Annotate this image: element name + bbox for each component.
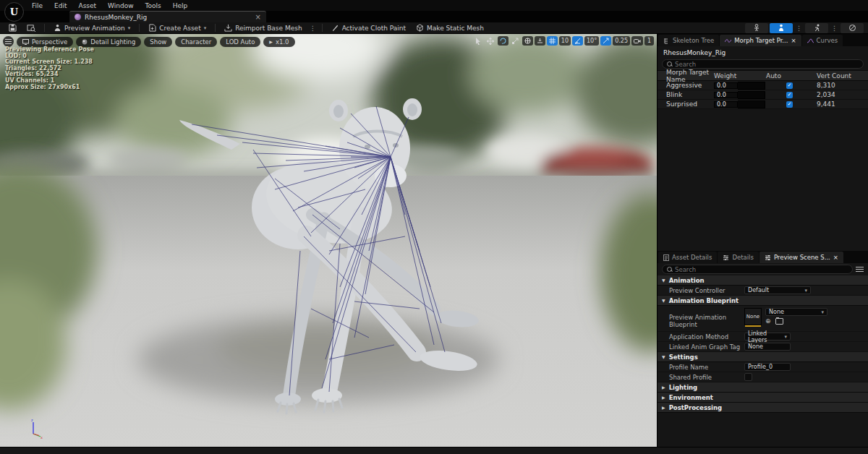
anim-bp-thumbnail[interactable]: None bbox=[744, 308, 762, 325]
section-animation-blueprint[interactable]: ▼ Animation Blueprint bbox=[658, 296, 868, 306]
close-icon[interactable]: × bbox=[833, 254, 838, 261]
perspective-button[interactable]: Perspective bbox=[17, 37, 73, 47]
camera-speed-icon[interactable] bbox=[631, 36, 643, 46]
details-search-input[interactable] bbox=[675, 266, 848, 273]
col-auto[interactable]: Auto bbox=[766, 72, 817, 80]
use-selected-asset-icon[interactable]: ⊕ bbox=[765, 318, 771, 325]
section-postprocessing[interactable]: ▶ PostProcessing bbox=[658, 403, 868, 413]
tab-preview-scene-settings[interactable]: Preview Scene S... × bbox=[760, 252, 843, 263]
mesh-mode-kebab-icon[interactable]: ⋮ bbox=[794, 25, 804, 32]
application-method-dropdown[interactable]: Linked Layers ▾ bbox=[744, 333, 791, 340]
section-lighting[interactable]: ▶ Lighting bbox=[658, 382, 868, 393]
morph-table-header[interactable]: Morph Target Name Weight Auto Vert Count bbox=[658, 70, 868, 81]
menu-tools[interactable]: Tools bbox=[140, 2, 167, 9]
tab-details[interactable]: Details bbox=[718, 252, 758, 263]
profile-name-input[interactable]: Profile_0 bbox=[744, 363, 791, 371]
scale-tool-icon[interactable] bbox=[510, 36, 521, 46]
lod-auto-button[interactable]: LOD Auto bbox=[220, 37, 260, 47]
grid-snap-value[interactable]: 10 bbox=[559, 36, 571, 46]
world-local-toggle-icon[interactable] bbox=[522, 36, 533, 46]
morph-row-blink[interactable]: Blink 0.0 ✓ 2,034 bbox=[658, 90, 868, 100]
reimport-options-kebab-icon[interactable]: ⋮ bbox=[308, 25, 318, 32]
weight-slider[interactable] bbox=[738, 91, 765, 99]
close-icon[interactable]: × bbox=[255, 13, 261, 21]
move-tool-icon[interactable] bbox=[485, 36, 496, 46]
detail-lighting-button[interactable]: Detail Lighting bbox=[76, 37, 141, 47]
show-button[interactable]: Show bbox=[144, 37, 172, 47]
morph-row-aggressive[interactable]: Aggressive 0.0 ✓ 8,310 bbox=[658, 81, 868, 90]
preview-anim-blueprint-row: Preview Animation Blueprint None None ▾ … bbox=[658, 306, 868, 332]
shared-profile-checkbox[interactable] bbox=[744, 373, 752, 381]
tab-rhesusmonkey-rig[interactable]: RhesusMonkey_Rig × bbox=[69, 11, 266, 22]
make-static-mesh-button[interactable]: Make Static Mesh bbox=[412, 22, 488, 34]
details-search-box[interactable] bbox=[662, 265, 853, 274]
chevron-down-icon: ▾ bbox=[817, 309, 824, 315]
3d-viewport[interactable]: Perspective Detail Lighting Show Charact… bbox=[0, 34, 657, 447]
menu-asset[interactable]: Asset bbox=[73, 2, 103, 9]
playback-speed-button[interactable]: ▶ x1.0 bbox=[263, 37, 294, 47]
surface-snap-icon[interactable] bbox=[535, 36, 545, 46]
browse-to-asset-button[interactable] bbox=[22, 22, 40, 34]
rotation-snap-value[interactable]: 10° bbox=[584, 36, 599, 46]
find-in-content-browser-icon bbox=[27, 24, 35, 32]
create-asset-button[interactable]: Create Asset ▾ bbox=[144, 22, 210, 34]
tab-skeleton-tree[interactable]: Skeleton Tree bbox=[658, 35, 719, 46]
scale-snap-value[interactable]: 0.25 bbox=[613, 36, 630, 46]
anim-bp-dropdown[interactable]: None ▾ bbox=[765, 308, 827, 316]
character-button[interactable]: Character bbox=[175, 37, 217, 47]
section-settings[interactable]: ▼ Settings bbox=[658, 352, 868, 362]
close-icon[interactable]: × bbox=[791, 37, 796, 44]
menu-window[interactable]: Window bbox=[102, 2, 140, 9]
morph-search-input[interactable] bbox=[675, 61, 859, 68]
preview-controller-dropdown[interactable]: Default ▾ bbox=[744, 286, 811, 294]
weight-spinbox[interactable]: 0.0 bbox=[714, 82, 738, 89]
animation-mode-kebab-icon[interactable]: ⋮ bbox=[830, 25, 839, 32]
grid-snap-icon[interactable] bbox=[547, 36, 558, 46]
weight-slider[interactable] bbox=[738, 82, 765, 90]
collapse-arrow-icon: ▼ bbox=[662, 354, 665, 359]
activate-cloth-paint-button[interactable]: Activate Cloth Paint bbox=[327, 22, 410, 34]
menu-edit[interactable]: Edit bbox=[48, 2, 72, 9]
physics-mode-button[interactable] bbox=[841, 23, 864, 33]
reimport-base-mesh-button[interactable]: Reimport Base Mesh bbox=[220, 22, 306, 34]
weight-spinbox[interactable]: 0.0 bbox=[714, 101, 738, 108]
auto-checkbox[interactable]: ✓ bbox=[786, 101, 793, 108]
section-environment[interactable]: ▶ Environment bbox=[658, 393, 868, 403]
morph-name: Aggressive bbox=[658, 82, 714, 89]
rotation-snap-icon[interactable] bbox=[572, 36, 583, 46]
tab-curves[interactable]: Curves bbox=[802, 35, 843, 46]
morph-row-surprised[interactable]: Surprised 0.0 ✓ 9,441 bbox=[658, 100, 868, 109]
section-animation[interactable]: ▼ Animation bbox=[658, 275, 868, 286]
static-mesh-label: Make Static Mesh bbox=[427, 25, 484, 32]
viewport-menu-icon[interactable] bbox=[3, 36, 14, 47]
tab-morph-target-preview[interactable]: Morph Target Pr... × bbox=[720, 35, 801, 46]
auto-checkbox[interactable]: ✓ bbox=[786, 92, 793, 98]
collapse-arrow-icon: ▼ bbox=[662, 278, 665, 283]
menu-file[interactable]: File bbox=[26, 2, 48, 9]
graph-tag-input[interactable]: None bbox=[744, 343, 791, 351]
col-morph-target-name[interactable]: Morph Target Name bbox=[658, 69, 714, 83]
details-dock: Asset Details Details Preview Scene S...… bbox=[658, 251, 868, 447]
browse-asset-icon[interactable] bbox=[775, 318, 783, 325]
select-tool-icon[interactable] bbox=[473, 36, 483, 46]
menu-help[interactable]: Help bbox=[167, 2, 194, 9]
rotate-tool-icon[interactable] bbox=[498, 36, 509, 46]
mesh-mode-button[interactable] bbox=[770, 23, 793, 33]
morph-search-box[interactable] bbox=[662, 59, 864, 69]
skeleton-mode-button[interactable] bbox=[745, 23, 768, 33]
col-vert-count[interactable]: Vert Count bbox=[817, 72, 868, 80]
col-weight[interactable]: Weight bbox=[714, 72, 766, 80]
view-options-icon[interactable] bbox=[856, 265, 864, 273]
shared-profile-row: Shared Profile bbox=[658, 372, 868, 382]
preview-animation-button[interactable]: Preview Animation ▾ bbox=[49, 22, 135, 34]
camera-speed-value[interactable]: 1 bbox=[644, 36, 654, 46]
svg-text:x: x bbox=[41, 435, 43, 440]
auto-checkbox[interactable]: ✓ bbox=[786, 82, 793, 89]
animation-mode-button[interactable] bbox=[805, 23, 828, 33]
weight-spinbox[interactable]: 0.0 bbox=[714, 92, 738, 98]
tab-asset-details[interactable]: Asset Details bbox=[658, 252, 717, 263]
save-button[interactable] bbox=[4, 22, 21, 34]
scale-snap-icon[interactable] bbox=[600, 36, 611, 46]
weight-slider[interactable] bbox=[738, 100, 765, 108]
preview-scene-label: Preview Scene S... bbox=[774, 254, 830, 261]
